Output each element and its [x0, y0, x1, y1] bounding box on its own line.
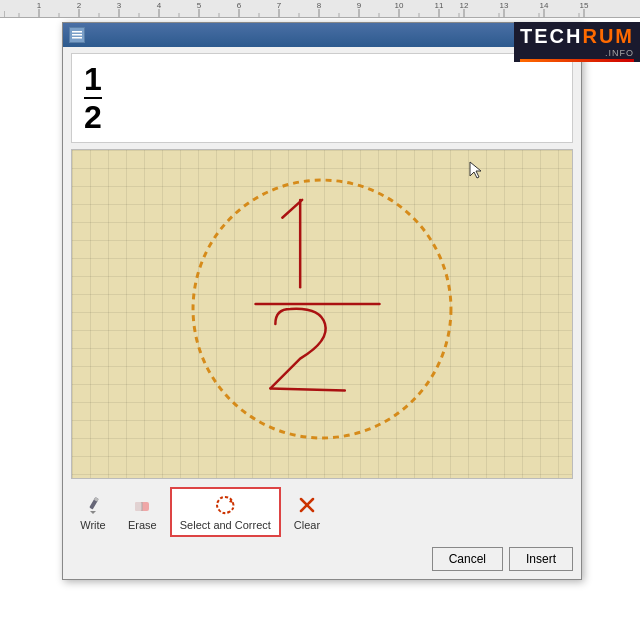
clear-icon — [295, 493, 319, 517]
svg-rect-58 — [135, 502, 142, 511]
svg-text:15: 15 — [580, 1, 589, 10]
logo-sub: .INFO — [520, 48, 634, 58]
svg-text:1: 1 — [37, 1, 42, 10]
dialog-window: 1 2 — [62, 22, 582, 580]
preview-area: 1 2 — [71, 53, 573, 143]
svg-text:7: 7 — [277, 1, 282, 10]
svg-marker-55 — [90, 511, 96, 514]
svg-text:5: 5 — [197, 1, 202, 10]
svg-rect-47 — [72, 34, 82, 36]
clear-tool[interactable]: Clear — [285, 488, 329, 536]
dialog-titlebar — [63, 23, 581, 47]
fraction-denominator: 2 — [84, 99, 102, 133]
fraction-display: 1 2 — [84, 63, 102, 133]
select-correct-icon — [213, 493, 237, 517]
write-tool[interactable]: Write — [71, 488, 115, 536]
techrum-logo: TECHRUM — [520, 25, 634, 48]
erase-tool[interactable]: Erase — [119, 488, 166, 536]
select-correct-tool[interactable]: Select and Correct — [170, 487, 281, 537]
insert-button[interactable]: Insert — [509, 547, 573, 571]
ruler: // This won't run here, done in CSS/SVG … — [0, 0, 640, 18]
svg-text:6: 6 — [237, 1, 242, 10]
svg-text:14: 14 — [540, 1, 549, 10]
erase-icon — [130, 493, 154, 517]
logo-tech: TECH — [520, 25, 582, 47]
toolbar: Write Erase Select and Cor — [63, 479, 581, 543]
svg-line-53 — [270, 388, 344, 390]
svg-point-49 — [193, 180, 451, 438]
dialog-icon — [69, 27, 85, 43]
svg-text:3: 3 — [117, 1, 122, 10]
svg-text:11: 11 — [435, 1, 444, 10]
fraction-numerator: 1 — [84, 63, 102, 99]
canvas-drawing — [72, 150, 572, 478]
cancel-button[interactable]: Cancel — [432, 547, 503, 571]
svg-text:2: 2 — [77, 1, 82, 10]
svg-text:8: 8 — [317, 1, 322, 10]
bottom-bar: Cancel Insert — [63, 543, 581, 579]
logo-rum: RUM — [582, 25, 634, 47]
write-label: Write — [80, 519, 105, 531]
cursor — [468, 160, 484, 184]
clear-label: Clear — [294, 519, 320, 531]
erase-label: Erase — [128, 519, 157, 531]
svg-text:13: 13 — [500, 1, 509, 10]
drawing-canvas[interactable] — [71, 149, 573, 479]
svg-text:4: 4 — [157, 1, 162, 10]
ruler-marks: // This won't run here, done in CSS/SVG … — [0, 0, 640, 17]
svg-text:12: 12 — [460, 1, 469, 10]
svg-rect-48 — [72, 37, 82, 39]
write-icon — [81, 493, 105, 517]
select-correct-label: Select and Correct — [180, 519, 271, 531]
svg-rect-46 — [72, 31, 82, 33]
svg-text:10: 10 — [395, 1, 404, 10]
svg-text:9: 9 — [357, 1, 362, 10]
